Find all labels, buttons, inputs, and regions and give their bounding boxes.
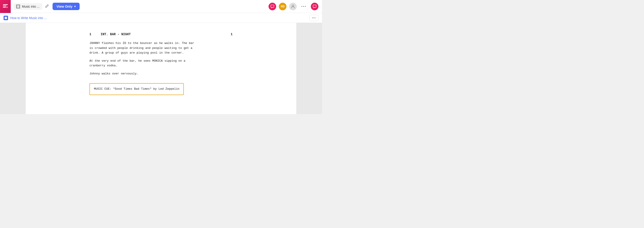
main-content: 1 INT. BAR - NIGHT 1 JOHNNY flashes his … (0, 23, 322, 114)
app-logo (0, 0, 11, 13)
logo-icon (2, 3, 8, 10)
left-sidebar (0, 23, 26, 114)
svg-rect-1 (3, 6, 6, 6)
notification-avatar[interactable] (311, 3, 318, 10)
doc-area: 1 INT. BAR - NIGHT 1 JOHNNY flashes his … (26, 23, 296, 114)
right-sidebar (296, 23, 322, 114)
svg-point-9 (292, 5, 294, 7)
screenplay-content: 1 INT. BAR - NIGHT 1 JOHNNY flashes his … (90, 32, 232, 95)
music-cue-box: MUSIC CUE: "Good Times Bad Times" by Led… (90, 83, 184, 95)
user-avatar[interactable] (289, 3, 297, 10)
more-options-button[interactable]: ··· (300, 3, 308, 10)
scene-number-right: 1 (226, 32, 232, 37)
svg-rect-6 (18, 6, 18, 7)
action-paragraph-3: Johnny walks over nervously. (90, 71, 232, 76)
svg-point-3 (6, 6, 8, 8)
breadcrumb-link[interactable]: How to Write Music into ... (10, 16, 46, 20)
breadcrumb-bar: How to Write Music into ... ··· (0, 13, 322, 23)
scene-heading-row: 1 INT. BAR - NIGHT 1 (90, 32, 232, 37)
top-bar-right: RD ··· (268, 3, 318, 10)
document-tab[interactable]: Music into ... (14, 3, 42, 10)
svg-rect-10 (313, 5, 316, 8)
doc-tab-icon (16, 5, 20, 9)
doc-title: Music into ... (22, 5, 40, 8)
svg-rect-8 (271, 5, 274, 8)
action-paragraph-1: JOHNNY flashes his ID to the bouncer as … (90, 41, 232, 55)
breadcrumb-doc-icon (4, 16, 8, 20)
view-only-button[interactable]: View Only ▾ (52, 3, 80, 10)
comment-avatar[interactable] (268, 3, 276, 10)
music-cue-text: MUSIC CUE: "Good Times Bad Times" by Led… (94, 87, 179, 90)
chevron-down-icon: ▾ (74, 5, 76, 8)
scene-number-left: 1 (90, 32, 96, 37)
top-bar: Music into ... View Only ▾ RD ··· (0, 0, 322, 13)
breadcrumb-more-button[interactable]: ··· (310, 15, 318, 21)
svg-rect-7 (18, 7, 18, 7)
edit-icon-button[interactable] (44, 3, 50, 10)
svg-rect-0 (3, 4, 8, 5)
svg-rect-5 (18, 6, 18, 6)
user-avatar-rd[interactable]: RD (279, 3, 286, 10)
scene-heading-text: INT. BAR - NIGHT (96, 32, 226, 37)
action-paragraph-2: At the very end of the bar, he sees MONI… (90, 59, 232, 68)
